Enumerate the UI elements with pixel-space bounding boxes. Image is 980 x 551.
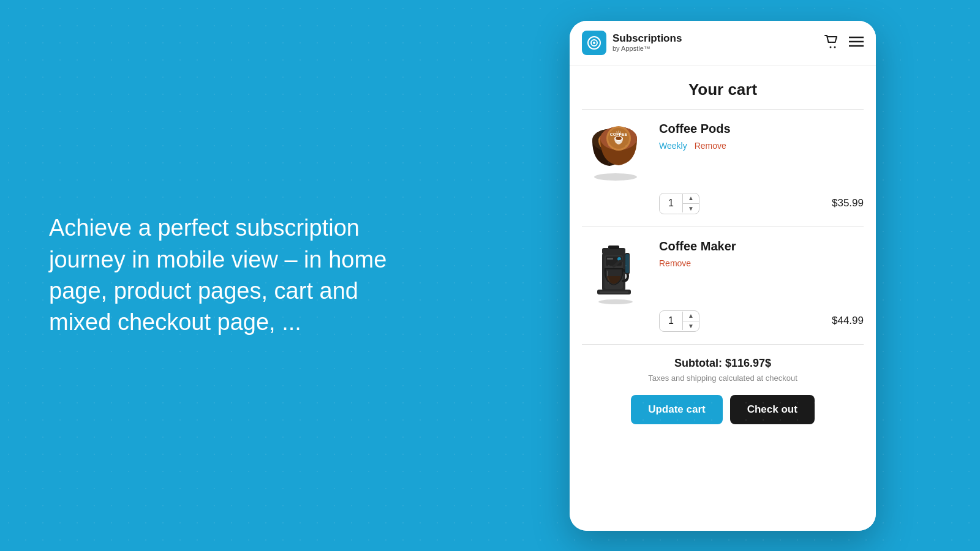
svg-point-18 [616, 137, 622, 140]
item-price-2: $44.99 [832, 315, 864, 327]
app-logo-icon [582, 31, 606, 55]
item-tags-1: Weekly Remove [659, 141, 864, 151]
svg-rect-21 [600, 291, 628, 293]
coffee-pods-image: COFFEE [582, 122, 649, 183]
cart-icon-button[interactable] [824, 35, 839, 51]
header-icons [824, 35, 864, 51]
subtotal-line: Subtotal: $116.97$ [582, 357, 864, 370]
cart-summary: Subtotal: $116.97$ Taxes and shipping ca… [570, 345, 876, 434]
tax-line: Taxes and shipping calculated at checkou… [582, 373, 864, 383]
qty-control-1[interactable]: 1 ▲ ▼ [659, 193, 699, 214]
cart-title: Your cart [570, 66, 876, 109]
qty-value-2: 1 [660, 312, 683, 330]
mobile-frame: Subscriptions by Appstle™ [570, 21, 876, 531]
menu-icon-button[interactable] [849, 36, 864, 50]
svg-point-14 [606, 126, 631, 151]
item-info-1: Coffee Pods Weekly Remove [659, 122, 864, 151]
hero-text: Achieve a perfect subscription journey i… [49, 212, 417, 338]
brand-byline: by Appstle™ [612, 45, 682, 53]
right-panel: Subscriptions by Appstle™ [466, 2, 980, 549]
item-name-1: Coffee Pods [659, 122, 864, 136]
tag-remove-2[interactable]: Remove [659, 258, 691, 268]
cart-body: Your cart [570, 66, 876, 531]
cart-item-top-2: Coffee Maker Remove [582, 239, 864, 301]
logo-area: Subscriptions by Appstle™ [582, 31, 682, 55]
qty-down-2[interactable]: ▼ [683, 321, 699, 331]
tag-remove-1[interactable]: Remove [695, 141, 726, 151]
svg-rect-27 [602, 248, 625, 254]
update-cart-button[interactable]: Update cart [631, 395, 723, 424]
svg-point-4 [834, 46, 836, 48]
svg-point-15 [608, 128, 629, 149]
svg-rect-23 [605, 255, 623, 289]
cart-item-bottom-2: 1 ▲ ▼ $44.99 [659, 310, 864, 332]
svg-rect-25 [607, 258, 613, 260]
checkout-button[interactable]: Check out [730, 395, 815, 424]
svg-text:COFFEE: COFFEE [610, 132, 628, 137]
svg-point-11 [598, 133, 620, 148]
svg-rect-24 [606, 257, 622, 266]
qty-arrows-2: ▲ ▼ [683, 311, 699, 331]
divider-top [582, 109, 864, 110]
qty-arrows-1: ▲ ▼ [683, 193, 699, 214]
brand-name: Subscriptions [612, 32, 682, 45]
qty-up-1[interactable]: ▲ [683, 193, 699, 204]
svg-point-26 [617, 257, 621, 261]
coffee-maker-image [582, 239, 649, 301]
item-info-2: Coffee Maker Remove [659, 239, 864, 268]
divider-bottom [582, 344, 864, 345]
tag-weekly[interactable]: Weekly [659, 141, 687, 151]
cart-actions: Update cart Check out [582, 395, 864, 424]
cart-item-coffee-maker: Coffee Maker Remove 1 ▲ ▼ $44.99 [570, 227, 876, 344]
svg-rect-22 [602, 253, 625, 291]
qty-down-1[interactable]: ▼ [683, 204, 699, 214]
svg-point-1 [591, 40, 597, 46]
svg-point-0 [588, 37, 600, 49]
qty-value-1: 1 [660, 194, 683, 212]
item-name-2: Coffee Maker [659, 239, 864, 253]
svg-point-8 [594, 173, 637, 181]
app-header: Subscriptions by Appstle™ [570, 21, 876, 66]
svg-point-3 [830, 46, 832, 48]
svg-point-19 [598, 299, 633, 304]
svg-point-12 [600, 127, 637, 150]
cart-item-coffee-pods: COFFEE [570, 110, 876, 227]
cart-item-bottom-1: 1 ▲ ▼ $35.99 [659, 193, 864, 214]
svg-rect-30 [625, 254, 629, 273]
svg-point-13 [600, 127, 637, 150]
qty-control-2[interactable]: 1 ▲ ▼ [659, 310, 699, 332]
svg-rect-29 [625, 253, 630, 274]
svg-point-10 [592, 129, 627, 151]
logo-text: Subscriptions by Appstle™ [612, 32, 682, 53]
cart-item-top-1: COFFEE [582, 122, 864, 183]
svg-rect-28 [608, 246, 619, 249]
qty-up-2[interactable]: ▲ [683, 311, 699, 321]
item-tags-2: Remove [659, 258, 864, 268]
svg-point-9 [592, 129, 627, 151]
divider-mid [582, 227, 864, 227]
svg-rect-20 [597, 290, 631, 294]
left-panel: Achieve a perfect subscription journey i… [0, 176, 466, 375]
item-price-1: $35.99 [832, 197, 864, 209]
svg-point-2 [593, 42, 595, 44]
svg-point-17 [614, 136, 623, 141]
